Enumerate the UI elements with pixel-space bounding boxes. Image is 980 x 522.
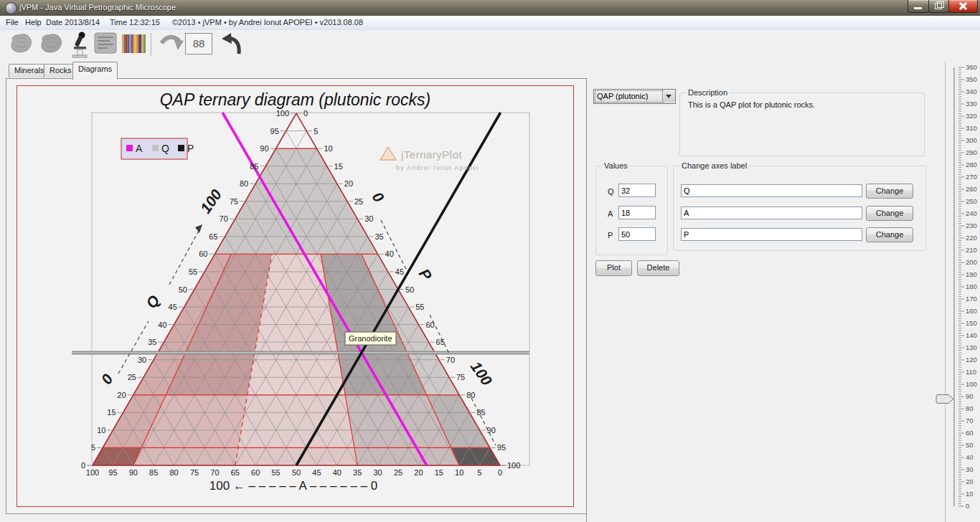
- app-icon: [5, 2, 17, 14]
- change-q-button[interactable]: Change: [866, 184, 913, 199]
- redo-arrow-icon[interactable]: [159, 34, 184, 59]
- svg-text:80: 80: [466, 391, 475, 399]
- svg-text:210: 210: [966, 246, 977, 254]
- svg-text:120: 120: [966, 356, 977, 364]
- svg-text:90: 90: [129, 468, 138, 477]
- svg-text:190: 190: [966, 270, 977, 278]
- svg-text:180: 180: [966, 283, 977, 290]
- change-a-button[interactable]: Change: [866, 206, 913, 221]
- svg-text:350: 350: [966, 75, 977, 83]
- counter-field[interactable]: 88: [185, 33, 212, 54]
- svg-text:40: 40: [966, 453, 974, 461]
- svg-text:70: 70: [446, 356, 455, 364]
- svg-text:80: 80: [966, 404, 974, 412]
- axes-group-title: Change axes label: [679, 161, 749, 170]
- svg-text:50: 50: [966, 441, 974, 449]
- title-bar: jVPM - Java Virtual Petrographic Microsc…: [0, 0, 980, 16]
- undo-arrow-icon[interactable]: [221, 33, 242, 59]
- svg-text:55: 55: [271, 468, 280, 477]
- svg-text:85: 85: [149, 468, 158, 477]
- svg-text:330: 330: [966, 100, 977, 108]
- change-p-button[interactable]: Change: [866, 227, 913, 242]
- a-axis-label-input[interactable]: [681, 207, 862, 219]
- diagram-type-select[interactable]: QAP (plutonic): [593, 89, 676, 104]
- svg-text:85: 85: [476, 408, 485, 417]
- slider-groove[interactable]: [953, 67, 955, 506]
- rock-sample-1-icon[interactable]: [9, 32, 34, 58]
- plot-button[interactable]: Plot: [595, 260, 632, 276]
- tab-diagrams[interactable]: Diagrams: [72, 62, 118, 80]
- svg-text:65: 65: [209, 232, 217, 241]
- rock-sample-2-icon[interactable]: [39, 32, 65, 58]
- p-value-label: P: [608, 231, 613, 239]
- ruler-thumb[interactable]: [936, 394, 953, 403]
- status-copyright: ©2013 • jVPM • by Andrei Ionut APOPEI • …: [172, 18, 363, 27]
- svg-text:30: 30: [364, 214, 373, 223]
- svg-text:P: P: [416, 265, 435, 283]
- a-value-label: A: [608, 209, 613, 218]
- svg-text:340: 340: [966, 87, 977, 95]
- svg-text:35: 35: [148, 338, 156, 346]
- svg-text:75: 75: [190, 468, 199, 477]
- delete-button[interactable]: Delete: [637, 260, 679, 276]
- svg-text:20: 20: [966, 478, 974, 485]
- svg-text:95: 95: [108, 468, 117, 477]
- svg-text:0: 0: [966, 502, 969, 510]
- svg-text:90: 90: [966, 392, 974, 400]
- svg-text:0: 0: [81, 461, 85, 470]
- restore-button[interactable]: [928, 0, 949, 13]
- p-value-input[interactable]: [618, 227, 656, 241]
- svg-text:65: 65: [436, 338, 445, 346]
- svg-text:0: 0: [98, 371, 116, 387]
- minimize-button[interactable]: [908, 0, 929, 13]
- svg-text:70: 70: [210, 468, 219, 477]
- microscope-icon[interactable]: [69, 32, 90, 61]
- values-group-title: Values: [602, 161, 630, 170]
- a-value-input[interactable]: [618, 206, 656, 219]
- ternary-plot[interactable]: 0005551010101515152020202525253030303535…: [6, 78, 588, 517]
- p-axis-label-input[interactable]: [681, 228, 862, 241]
- svg-text:25: 25: [354, 197, 363, 206]
- svg-text:30: 30: [373, 468, 382, 477]
- svg-text:70: 70: [966, 417, 974, 424]
- svg-text:P: P: [187, 143, 194, 154]
- legend-swatch-P: [178, 145, 184, 151]
- svg-text:60: 60: [251, 468, 260, 477]
- ruler-ticks: [958, 67, 964, 506]
- diagram-type-value: QAP (plutonic): [595, 91, 663, 102]
- svg-text:100: 100: [468, 359, 496, 389]
- menu-bar: File Help Date 2013/8/14 Time 12:32:15 ©…: [0, 16, 980, 31]
- svg-text:40: 40: [385, 250, 394, 258]
- combo-dropdown-button[interactable]: [662, 90, 675, 102]
- status-time: Time 12:32:15: [110, 18, 160, 27]
- description-text: This is a QAP plot for plutonic rocks.: [688, 100, 815, 109]
- svg-text:50: 50: [405, 285, 414, 294]
- zoom-ruler[interactable]: 0102030405060708090100110120130140150160…: [931, 60, 980, 522]
- svg-text:80: 80: [169, 468, 178, 477]
- svg-text:290: 290: [966, 148, 977, 156]
- svg-text:160: 160: [966, 307, 977, 315]
- svg-text:20: 20: [118, 391, 126, 399]
- interference-color-chart-icon[interactable]: [122, 34, 146, 56]
- menu-file[interactable]: File: [2, 18, 22, 27]
- rock-list-icon[interactable]: [94, 32, 117, 57]
- svg-text:100: 100: [86, 468, 99, 477]
- svg-text:Q: Q: [161, 143, 169, 154]
- svg-text:35: 35: [374, 232, 383, 241]
- svg-text:10: 10: [97, 426, 105, 435]
- window-title: jVPM - Java Virtual Petrographic Microsc…: [19, 3, 176, 11]
- close-button[interactable]: [948, 0, 978, 13]
- svg-text:110: 110: [966, 368, 976, 376]
- svg-text:0: 0: [498, 468, 502, 477]
- svg-text:15: 15: [435, 468, 443, 477]
- svg-text:75: 75: [456, 373, 465, 381]
- svg-text:260: 260: [966, 185, 977, 193]
- svg-text:100: 100: [276, 109, 289, 118]
- svg-text:90: 90: [260, 144, 268, 153]
- q-value-input[interactable]: [618, 184, 656, 197]
- menu-help[interactable]: Help: [22, 18, 45, 27]
- field-monzonite: [235, 448, 357, 466]
- q-axis-label-input[interactable]: [681, 184, 862, 197]
- svg-text:55: 55: [415, 303, 424, 311]
- svg-text:270: 270: [966, 173, 977, 181]
